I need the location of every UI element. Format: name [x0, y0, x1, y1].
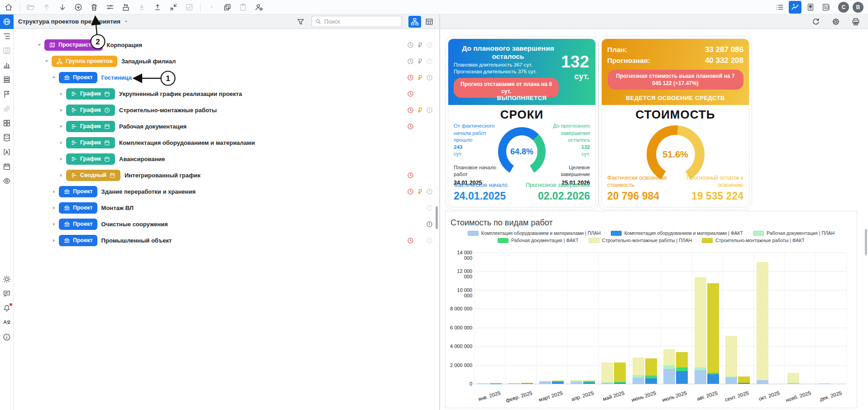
user-settings-button[interactable]	[253, 1, 265, 13]
filter-sliders-button[interactable]	[104, 1, 116, 13]
report-view-button[interactable]	[820, 1, 832, 14]
add-circle-button[interactable]	[72, 1, 84, 13]
sidebar-item-calendar[interactable]	[2, 162, 12, 171]
caret-down-button[interactable]	[206, 1, 217, 13]
sidebar-item-translate[interactable]	[2, 318, 12, 327]
tree-item-label[interactable]: Комплектация оборудованием и материалами	[119, 139, 255, 146]
sidebar-item-eye[interactable]	[2, 176, 12, 186]
tree-row[interactable]: ПространствоКорпорация	[14, 37, 439, 53]
tree-row[interactable]: ПроектПромышленный объект	[14, 232, 439, 248]
sidebar-item-hatch-lines[interactable]	[2, 104, 12, 113]
refresh-button[interactable]	[810, 16, 822, 28]
sidebar-item-layers-stack[interactable]	[2, 75, 12, 84]
tree-item-label[interactable]: Очистные сооружения	[101, 221, 168, 228]
badge-project[interactable]: Проект	[59, 72, 97, 83]
tree-row[interactable]: ПроектЗдание переработки и хранения	[14, 183, 439, 200]
tree-row[interactable]: СводныйИнтегрированный график	[14, 167, 439, 183]
delete-trash-button[interactable]	[88, 1, 100, 13]
tree-caret-down-icon[interactable]	[36, 42, 43, 48]
tree-row[interactable]: ГрафикАвансирование	[14, 151, 439, 167]
tree-view-toggle[interactable]	[408, 16, 421, 28]
collapse-button[interactable]	[168, 1, 179, 13]
tree-row[interactable]: ПроектМонтаж ВЛ	[14, 200, 439, 216]
archive-box-button[interactable]	[120, 1, 132, 13]
avatar-C[interactable]: C	[838, 2, 849, 13]
sidebar-item-theme-sun[interactable]	[2, 275, 12, 284]
tree-row[interactable]: ГрафикРабочая документация	[14, 118, 439, 134]
tree-caret-right-icon[interactable]	[58, 107, 64, 113]
tree-item-label[interactable]: Здание переработки и хранения	[101, 188, 196, 195]
arrow-down-button[interactable]	[57, 1, 68, 13]
folder-open-button[interactable]	[25, 1, 37, 13]
sidebar-item-notifications-bell[interactable]	[2, 304, 12, 313]
filter-funnel-button[interactable]	[296, 17, 305, 26]
sidebar-item-bar-chart[interactable]	[2, 61, 12, 70]
import-down-button[interactable]	[136, 1, 148, 13]
badge-group[interactable]: Группа проектов	[52, 56, 117, 67]
sidebar-item-columns-panel[interactable]	[2, 46, 12, 55]
tree-item-label[interactable]: Интегрированный график	[125, 172, 201, 179]
tree-caret-down-icon[interactable]	[51, 75, 57, 81]
printer-button[interactable]	[850, 16, 862, 28]
sidebar-item-text-style[interactable]	[2, 148, 12, 157]
sidebar-item-database[interactable]	[2, 133, 12, 142]
analytics-view-button[interactable]	[789, 1, 801, 14]
tree-caret-right-icon[interactable]	[58, 91, 64, 97]
tree-row[interactable]: ГрафикУкрупненный график реализации прое…	[14, 86, 439, 102]
home-button[interactable]	[3, 1, 14, 13]
tree-caret-right-icon[interactable]	[51, 221, 57, 227]
sidebar-item-globe[interactable]	[0, 14, 14, 29]
arrow-up-button[interactable]	[41, 1, 53, 13]
sidebar-item-flag[interactable]	[2, 90, 12, 99]
export-up-button[interactable]	[152, 1, 163, 13]
badge-schedule[interactable]: График	[66, 153, 115, 165]
tree-item-label[interactable]: Гостиница	[101, 74, 132, 81]
checkbox-button[interactable]	[183, 1, 195, 13]
chevron-down-icon[interactable]	[123, 19, 129, 24]
badge-schedule[interactable]: График	[66, 137, 115, 148]
tree-caret-right-icon[interactable]	[51, 205, 57, 211]
sidebar-item-comment[interactable]	[2, 289, 12, 298]
tree-row[interactable]: ПроектОчистные сооружения	[14, 216, 439, 232]
list-view-button[interactable]	[773, 1, 786, 14]
tree-item-label[interactable]: Монтаж ВЛ	[101, 205, 134, 211]
tree-row[interactable]: ПроектГостиница	[14, 69, 439, 86]
tree-item-label[interactable]: Авансирование	[119, 156, 165, 162]
tree-caret-right-icon[interactable]	[58, 124, 64, 129]
tree-item-label[interactable]: Корпорация	[107, 42, 142, 48]
badge-project[interactable]: Проект	[59, 202, 97, 214]
tree-item-label[interactable]: Рабочая документация	[119, 123, 187, 130]
tree-item-label[interactable]: Строительно-монтажные работы	[119, 107, 217, 114]
badge-space[interactable]: Пространство	[44, 39, 103, 51]
tree-caret-right-icon[interactable]	[51, 189, 57, 195]
badge-schedule[interactable]: График	[66, 105, 115, 116]
badge-project[interactable]: Проект	[59, 219, 97, 230]
tree-item-label[interactable]: Укрупненный график реализации проекта	[119, 91, 242, 97]
passport-view-button[interactable]	[804, 1, 817, 14]
badge-summary[interactable]: Сводный	[66, 170, 120, 181]
settings-gear-button[interactable]	[830, 16, 842, 28]
copy-button[interactable]	[221, 1, 233, 13]
tree-caret-right-icon[interactable]	[58, 172, 64, 178]
paste-button[interactable]	[237, 1, 249, 13]
content-scrollbar[interactable]	[865, 229, 867, 255]
tree-item-label[interactable]: Западный филиал	[121, 58, 176, 65]
tree-row[interactable]: ГрафикСтроительно-монтажные работы	[14, 102, 439, 118]
tree-item-label[interactable]: Промышленный объект	[101, 237, 172, 244]
tree-caret-right-icon[interactable]	[58, 140, 64, 146]
badge-schedule[interactable]: График	[66, 88, 115, 100]
sidebar-item-blocks-grid[interactable]	[2, 119, 12, 128]
badge-schedule[interactable]: График	[66, 121, 115, 132]
tree-caret-right-icon[interactable]	[51, 238, 57, 243]
tree-row[interactable]: ГрафикКомплектация оборудованием и матер…	[14, 134, 439, 151]
tree-caret-right-icon[interactable]	[58, 156, 64, 162]
table-view-toggle[interactable]	[423, 16, 436, 28]
tree-caret-down-icon[interactable]	[43, 58, 50, 64]
sidebar-item-outline-list[interactable]	[2, 32, 12, 41]
tree-row[interactable]: Группа проектовЗападный филиал	[14, 53, 439, 69]
search-box[interactable]	[312, 16, 402, 27]
search-input[interactable]	[324, 19, 399, 25]
avatar-B[interactable]: B	[853, 2, 863, 13]
badge-project[interactable]: Проект	[59, 186, 97, 197]
badge-project[interactable]: Проект	[59, 235, 97, 246]
